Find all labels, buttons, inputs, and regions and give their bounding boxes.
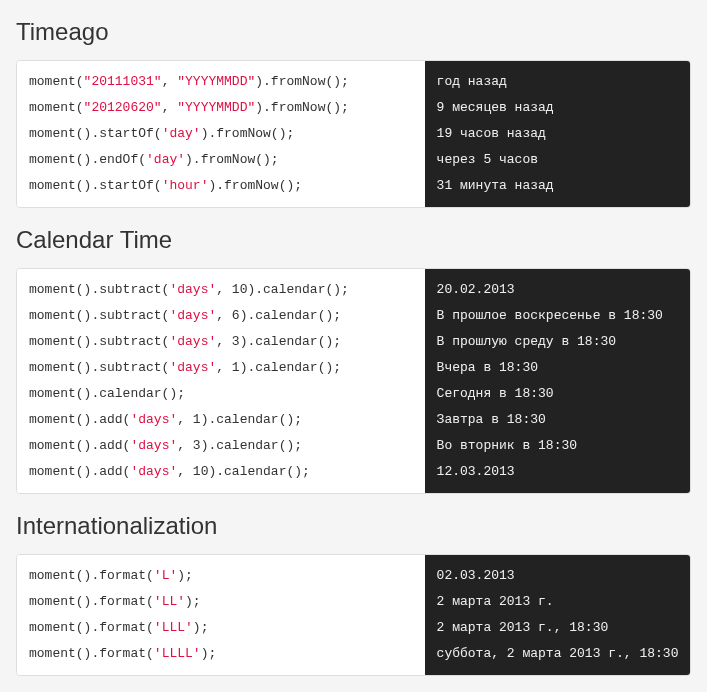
output-line: 9 месяцев назад xyxy=(437,95,678,121)
code-token: , 1).calendar(); xyxy=(177,412,302,427)
code-token: , 3).calendar(); xyxy=(177,438,302,453)
code-token: 'L' xyxy=(154,568,177,583)
code-token: , 6).calendar(); xyxy=(216,308,341,323)
example-block: moment().format('L');moment().format('LL… xyxy=(16,554,691,676)
output-line: Во вторник в 18:30 xyxy=(437,433,678,459)
code-token: 'days' xyxy=(130,464,177,479)
code-token: , xyxy=(162,74,178,89)
code-token: 'day' xyxy=(146,152,185,167)
section-title: Timeago xyxy=(16,18,691,46)
code-token: moment().endOf( xyxy=(29,152,146,167)
code-line: moment().format('LLLL'); xyxy=(29,641,413,667)
code-token: 'days' xyxy=(169,334,216,349)
code-token: moment().startOf( xyxy=(29,178,162,193)
code-token: moment( xyxy=(29,74,84,89)
code-line: moment().startOf('hour').fromNow(); xyxy=(29,173,413,199)
code-line: moment().format('L'); xyxy=(29,563,413,589)
code-token: moment().subtract( xyxy=(29,334,169,349)
code-line: moment().calendar(); xyxy=(29,381,413,407)
code-token: moment().add( xyxy=(29,438,130,453)
code-token: 'days' xyxy=(130,438,177,453)
code-token: , 3).calendar(); xyxy=(216,334,341,349)
section: Calendar Timemoment().subtract('days', 1… xyxy=(0,226,707,494)
output-line: В прошлую среду в 18:30 xyxy=(437,329,678,355)
section-title: Internationalization xyxy=(16,512,691,540)
code-token: moment().format( xyxy=(29,594,154,609)
output-line: Вчера в 18:30 xyxy=(437,355,678,381)
code-line: moment("20111031", "YYYYMMDD").fromNow()… xyxy=(29,69,413,95)
code-token: 'day' xyxy=(162,126,201,141)
code-token: 'LL' xyxy=(154,594,185,609)
code-token: 'days' xyxy=(169,308,216,323)
code-token: ).fromNow(); xyxy=(201,126,295,141)
section-title: Calendar Time xyxy=(16,226,691,254)
code-token: moment().format( xyxy=(29,646,154,661)
code-token: , 1).calendar(); xyxy=(216,360,341,375)
output-line: В прошлое воскресенье в 18:30 xyxy=(437,303,678,329)
code-token: ); xyxy=(201,646,217,661)
code-token: 'hour' xyxy=(162,178,209,193)
code-line: moment().subtract('days', 1).calendar(); xyxy=(29,355,413,381)
code-line: moment().add('days', 1).calendar(); xyxy=(29,407,413,433)
code-token: ).fromNow(); xyxy=(185,152,279,167)
code-token: moment().startOf( xyxy=(29,126,162,141)
output-line: 20.02.2013 xyxy=(437,277,678,303)
output-column: год назад9 месяцев назад19 часов назадче… xyxy=(425,61,690,207)
code-token: moment().add( xyxy=(29,464,130,479)
code-token: , 10).calendar(); xyxy=(177,464,310,479)
output-line: 2 марта 2013 г. xyxy=(437,589,679,615)
code-line: moment().endOf('day').fromNow(); xyxy=(29,147,413,173)
code-line: moment().add('days', 3).calendar(); xyxy=(29,433,413,459)
code-token: moment().format( xyxy=(29,568,154,583)
output-line: 31 минута назад xyxy=(437,173,678,199)
output-line: через 5 часов xyxy=(437,147,678,173)
code-token: 'days' xyxy=(130,412,177,427)
code-token: moment().subtract( xyxy=(29,282,169,297)
example-block: moment().subtract('days', 10).calendar()… xyxy=(16,268,691,494)
documentation-page: Timeagomoment("20111031", "YYYYMMDD").fr… xyxy=(0,18,707,676)
output-line: суббота, 2 марта 2013 г., 18:30 xyxy=(437,641,679,667)
code-line: moment().startOf('day').fromNow(); xyxy=(29,121,413,147)
output-line: год назад xyxy=(437,69,678,95)
output-line: Сегодня в 18:30 xyxy=(437,381,678,407)
code-token: 'LLLL' xyxy=(154,646,201,661)
output-line: Завтра в 18:30 xyxy=(437,407,678,433)
output-column: 02.03.20132 марта 2013 г.2 марта 2013 г.… xyxy=(425,555,691,675)
code-token: "YYYYMMDD" xyxy=(177,100,255,115)
code-token: moment().add( xyxy=(29,412,130,427)
code-token: ); xyxy=(193,620,209,635)
code-column: moment("20111031", "YYYYMMDD").fromNow()… xyxy=(17,61,425,207)
section: Timeagomoment("20111031", "YYYYMMDD").fr… xyxy=(0,18,707,208)
code-token: ); xyxy=(177,568,193,583)
example-block: moment("20111031", "YYYYMMDD").fromNow()… xyxy=(16,60,691,208)
code-token: 'days' xyxy=(169,360,216,375)
code-token: , xyxy=(162,100,178,115)
code-line: moment().subtract('days', 3).calendar(); xyxy=(29,329,413,355)
code-line: moment().add('days', 10).calendar(); xyxy=(29,459,413,485)
code-token: "20120620" xyxy=(84,100,162,115)
code-token: ); xyxy=(185,594,201,609)
code-token: moment().subtract( xyxy=(29,308,169,323)
code-token: moment().format( xyxy=(29,620,154,635)
code-token: moment( xyxy=(29,100,84,115)
code-token: moment().calendar(); xyxy=(29,386,185,401)
code-column: moment().format('L');moment().format('LL… xyxy=(17,555,425,675)
code-token: "20111031" xyxy=(84,74,162,89)
code-token: "YYYYMMDD" xyxy=(177,74,255,89)
code-line: moment("20120620", "YYYYMMDD").fromNow()… xyxy=(29,95,413,121)
code-token: 'LLL' xyxy=(154,620,193,635)
code-token: ).fromNow(); xyxy=(255,100,349,115)
output-column: 20.02.2013В прошлое воскресенье в 18:30В… xyxy=(425,269,690,493)
code-line: moment().format('LLL'); xyxy=(29,615,413,641)
output-line: 2 марта 2013 г., 18:30 xyxy=(437,615,679,641)
code-line: moment().subtract('days', 10).calendar()… xyxy=(29,277,413,303)
code-token: 'days' xyxy=(169,282,216,297)
code-token: , 10).calendar(); xyxy=(216,282,349,297)
section: Internationalizationmoment().format('L')… xyxy=(0,512,707,676)
code-column: moment().subtract('days', 10).calendar()… xyxy=(17,269,425,493)
code-token: moment().subtract( xyxy=(29,360,169,375)
code-token: ).fromNow(); xyxy=(208,178,302,193)
code-line: moment().format('LL'); xyxy=(29,589,413,615)
output-line: 02.03.2013 xyxy=(437,563,679,589)
output-line: 12.03.2013 xyxy=(437,459,678,485)
